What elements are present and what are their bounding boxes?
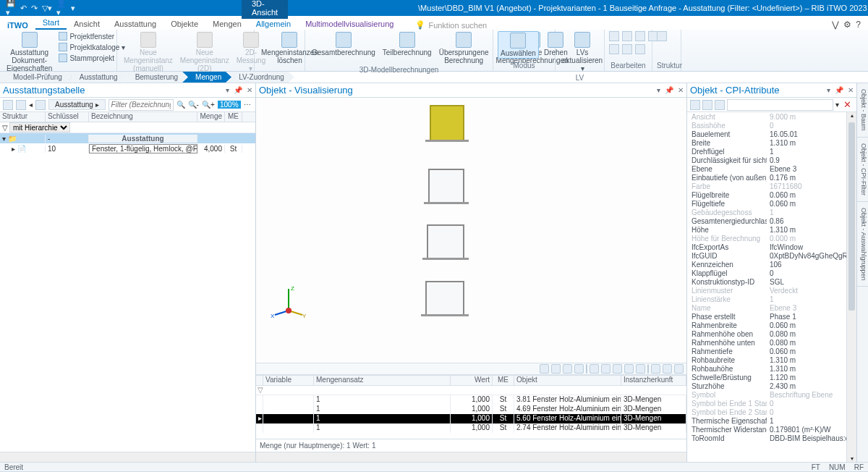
col-schluessel[interactable]: Schlüssel	[46, 112, 89, 122]
cpi-icon-1[interactable]	[690, 100, 700, 110]
cpi-filter-combo[interactable]	[727, 99, 833, 111]
cpi-row[interactable]: Sturzhöhe2.430 m	[687, 382, 846, 390]
cpi-row[interactable]: Höhe1.310 m	[687, 225, 846, 234]
btn-projektkataloge[interactable]: Projektkataloge▾	[57, 42, 127, 52]
zoom-in-icon[interactable]: 🔍+	[202, 101, 215, 109]
cpi-row[interactable]: Thermischer Widerstand (R)0.179801 (m²·K…	[687, 425, 846, 434]
save-icon[interactable]: 💾▾	[6, 0, 16, 17]
h-scrollbar-low[interactable]	[256, 452, 686, 462]
lcol-instanzherkunft[interactable]: Instanzherkunft	[621, 376, 686, 385]
cpi-row[interactable]: Thermische Eigenschaften de...1	[687, 416, 846, 425]
cpi-row[interactable]: Gebäudegeschoss1	[687, 208, 846, 216]
cpi-row[interactable]: Konstruktionstyp-IDSGL	[687, 277, 846, 286]
btn-teilberechnung[interactable]: Teilberechnung	[380, 31, 434, 57]
tab-ansicht[interactable]: Ansicht	[67, 18, 107, 30]
breadcrumb-back-icon[interactable]: ◂	[29, 101, 33, 109]
cpi-row[interactable]: Flügelbreite0.060 m	[687, 190, 846, 199]
cpi-row[interactable]: Rahmenhöhe unten0.080 m	[687, 338, 846, 347]
col-bezeichnung[interactable]: Bezeichnung	[89, 112, 197, 122]
cpi-row[interactable]: IfcExportAsIfcWindow	[687, 243, 846, 251]
tab-multimodell[interactable]: Multimodellvisualisierung	[298, 18, 401, 30]
cpi-row[interactable]: Gesamtenergiedurchlassgrad0.86	[687, 216, 846, 225]
low-row[interactable]: ▸11,000St5.60 Fenster Holz-Aluminium ein…	[256, 414, 686, 423]
struct-icon[interactable]	[657, 31, 667, 41]
lcol-variable[interactable]: Variable	[263, 376, 314, 385]
cpi-row[interactable]: Klappflügel0	[687, 269, 846, 277]
btn-gesamtberechnung[interactable]: Gesamtberechnung	[310, 31, 378, 57]
vt-icon[interactable]	[551, 364, 561, 374]
crumb-bemusterung[interactable]: Bemusterung	[122, 72, 188, 83]
crumb-lv-zuordnung[interactable]: LV-Zuordnung	[226, 72, 294, 83]
vt-icon[interactable]	[663, 364, 672, 374]
vt-icon[interactable]	[636, 364, 645, 374]
cpi-icon-3[interactable]	[715, 100, 725, 110]
edit-icons-row1[interactable]	[609, 31, 658, 41]
pane-close-icon[interactable]: ✕	[678, 86, 684, 94]
vt-icon[interactable]	[590, 364, 599, 374]
cpi-row[interactable]: Symbol bei Ende 1 Standard0	[687, 399, 846, 408]
cpi-row[interactable]: Drehflügel1	[687, 147, 846, 156]
3d-viewport[interactable]: Z Y X	[256, 98, 686, 363]
crumb-modell-pruefung[interactable]: Modell-Prüfung	[0, 72, 72, 83]
cpi-row[interactable]: Breite1.310 m	[687, 138, 846, 147]
cpi-row[interactable]: Rahmenhöhe oben0.080 m	[687, 329, 846, 338]
pane-dropdown-icon[interactable]: ▾	[226, 86, 229, 94]
low-row[interactable]: 11,000St3.81 Fenster Holz-Aluminium ein3…	[256, 395, 686, 405]
tab-objekte[interactable]: Objekte	[163, 18, 205, 30]
cpi-row[interactable]: Farbe16711680	[687, 182, 846, 190]
h-scrollbar-left[interactable]	[0, 452, 255, 462]
user-icon[interactable]: 👤▾	[56, 0, 67, 17]
cpi-row[interactable]: Linienstärke1	[687, 295, 846, 303]
undo-icon[interactable]: ↶	[20, 4, 27, 13]
cpi-row[interactable]: Basishöhe0	[687, 121, 846, 130]
cpi-row[interactable]: Rahmenbreite0.060 m	[687, 321, 846, 329]
vt-icon[interactable]	[674, 364, 684, 374]
cpi-row[interactable]: EbeneEbene 3	[687, 164, 846, 173]
cpi-row[interactable]: ToRoomIdDBD-BIM Beispielhaus:e1447...	[687, 434, 846, 442]
toolbar-icon-2[interactable]	[16, 100, 26, 110]
cpi-row[interactable]: Ansicht9.000 m	[687, 112, 846, 121]
cpi-row[interactable]: Bauelement16.05.01	[687, 130, 846, 138]
low-row[interactable]: 11,000St2.74 Fenster Holz-Aluminium ein3…	[256, 423, 686, 433]
axis-gizmo[interactable]: Z Y X	[271, 283, 307, 319]
cpi-row[interactable]: Kennzeichen106	[687, 260, 846, 269]
btn-uebersprungene-berechnung[interactable]: ÜbersprungeneBerechnung	[437, 31, 491, 65]
cpi-row[interactable]: IfcGUID0XptBDyNv84gGheQgR7Cby	[687, 251, 846, 260]
vt-icon[interactable]	[540, 364, 549, 374]
cpi-row[interactable]: Rahmentiefe0.060 m	[687, 347, 846, 355]
settings-icon[interactable]: ⚙	[843, 20, 851, 30]
btn-auswaehlen[interactable]: Auswählen	[498, 31, 539, 59]
table-row-group[interactable]: ▾ 📁-Ausstattung	[0, 133, 255, 143]
lcol-mengenansatz[interactable]: Mengenansatz	[314, 376, 451, 385]
search-icon[interactable]: 🔍	[176, 101, 185, 109]
toolbar-icon-3[interactable]	[35, 100, 46, 110]
filter-toggle-icon[interactable]: ▽	[2, 124, 8, 132]
cpi-row[interactable]: SymbolBeschriftung Ebene	[687, 390, 846, 399]
vt-icon[interactable]	[651, 364, 660, 374]
brand-label[interactable]: iTWO	[0, 21, 35, 30]
tab-ausstattung[interactable]: Ausstattung	[107, 18, 163, 30]
pane-pin-icon[interactable]: 📌	[665, 86, 673, 94]
cpi-row[interactable]: Einbautiefe (von außen)0.176 m	[687, 173, 846, 182]
zoom-out-icon[interactable]: 🔍-	[188, 101, 199, 109]
help-icon[interactable]: ?	[856, 20, 861, 30]
edit-icons-row2[interactable]	[609, 44, 645, 54]
pane-close-icon[interactable]: ✕	[247, 86, 252, 94]
btn-ausstattung-eigenschaften[interactable]: AusstattungDokument-Eigenschaften	[4, 31, 54, 73]
cpi-row[interactable]: Symbol bei Ende 2 Standard0	[687, 408, 846, 416]
lcol-objekt[interactable]: Objekt	[514, 376, 621, 385]
crumb-ausstattung[interactable]: Ausstattung	[67, 72, 128, 83]
vt-icon[interactable]	[601, 364, 610, 374]
vt-icon[interactable]	[563, 364, 572, 374]
v-scrollbar-cpi[interactable]: ▴ ▾	[846, 112, 856, 462]
vt-icon[interactable]	[624, 364, 634, 374]
pane-close-icon[interactable]: ✕	[848, 86, 854, 94]
btn-stammprojekt[interactable]: Stammprojekt	[57, 53, 127, 63]
mini-crumb-ausstattung[interactable]: Ausstattung ▸	[48, 99, 106, 110]
crumb-mengen[interactable]: Mengen	[182, 72, 231, 83]
qat-dropdown-icon[interactable]: ▾	[71, 4, 75, 13]
cpi-row[interactable]: Höhe für Berechnung0.000 m	[687, 234, 846, 243]
lcol-me[interactable]: ME	[493, 376, 514, 385]
pane-pin-icon[interactable]: 📌	[835, 86, 843, 94]
col-menge[interactable]: Menge	[197, 112, 225, 122]
